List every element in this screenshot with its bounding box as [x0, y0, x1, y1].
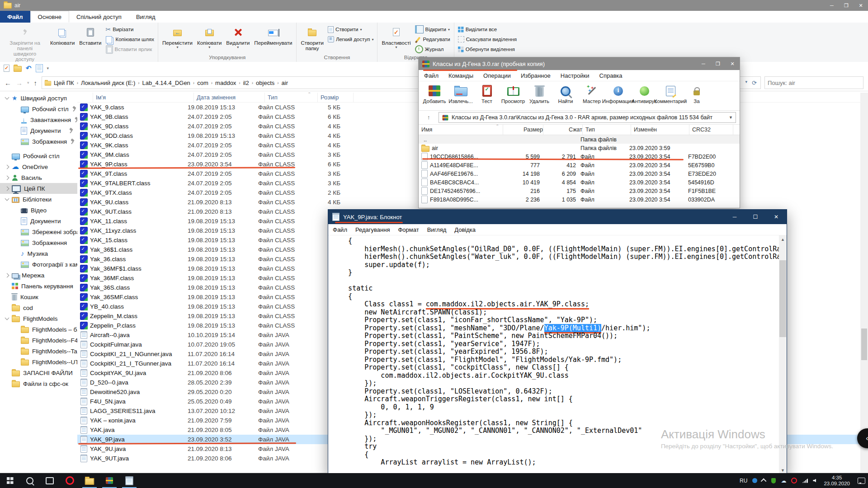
- maximize-button[interactable]: ❐: [839, 0, 854, 11]
- sidebar-item-робочий-стіл[interactable]: Робочий стіл: [0, 150, 77, 161]
- tab-основне[interactable]: Основне: [30, 11, 69, 23]
- sidebar-item-файли-із-сфс-ок[interactable]: Файли із сфс-ок: [0, 378, 77, 389]
- archive-row[interactable]: DE174524657696...216175Файл23.09.2020 3:…: [419, 187, 740, 195]
- ribbon-button[interactable]: Перейменувати: [252, 23, 294, 47]
- combo-dropdown-icon[interactable]: ▼: [729, 115, 733, 120]
- sidebar-item-зображення[interactable]: Зображення: [0, 237, 77, 248]
- ribbon-button[interactable]: Вирізати: [104, 24, 156, 34]
- taskbar-task-view-button[interactable]: [40, 473, 60, 488]
- breadcrumb-item[interactable]: objects: [254, 80, 276, 86]
- archive-row[interactable]: A1149E48D4F8E...777412Файл23.09.2020 3:5…: [419, 161, 740, 169]
- network-icon[interactable]: [802, 479, 808, 483]
- winrar-column-тип[interactable]: Тип: [583, 125, 631, 135]
- ribbon-button[interactable]: Легкий доступ▾: [326, 34, 375, 44]
- close-button[interactable]: ✕: [854, 0, 868, 11]
- taskbar-start-button[interactable]: [0, 473, 20, 488]
- language-circle-icon[interactable]: [752, 478, 757, 483]
- sidebar-item-кошик[interactable]: Кошик: [0, 291, 77, 302]
- volume-icon[interactable]: [813, 479, 816, 483]
- archive-row[interactable]: F8918A08D995C...2 2361 035Файл23.09.2020…: [419, 195, 740, 204]
- opera-tray-icon[interactable]: [791, 478, 797, 483]
- winrar-column-размер[interactable]: Размер: [503, 125, 543, 135]
- ribbon-button[interactable]: Відкрити▾: [413, 24, 452, 34]
- refresh-icon[interactable]: ⟳: [752, 80, 757, 86]
- winrar-column-сжат[interactable]: Сжат: [543, 125, 583, 135]
- taskbar-notepad-button[interactable]: [119, 473, 139, 488]
- sidebar-item-завантаження[interactable]: Завантаження: [0, 114, 77, 125]
- sidebar-item-зображення[interactable]: Зображення: [0, 136, 77, 147]
- language-indicator[interactable]: RU: [740, 478, 747, 484]
- tab-file[interactable]: Файл: [0, 11, 30, 23]
- chevron-collapsed-icon[interactable]: [5, 175, 9, 180]
- scroll-up-icon[interactable]: ▲: [779, 235, 787, 243]
- winrar-toolbar-find[interactable]: Найти: [552, 81, 579, 104]
- sidebar-item-запасні-файли[interactable]: ЗАПАСНІ ФАЙЛИ: [0, 367, 77, 378]
- archive-row[interactable]: AAF46F6E19676...14 1986 209Файл23.09.202…: [419, 169, 740, 178]
- scrollbar-thumb[interactable]: [779, 260, 786, 337]
- winrar-toolbar-extract[interactable]: Извлечь...: [448, 81, 474, 104]
- sidebar-item-цей-пк[interactable]: Цей ПК: [0, 183, 77, 194]
- clock[interactable]: 4:35 23.09.2020: [821, 475, 853, 487]
- recent-locations-icon[interactable]: ▾: [27, 80, 29, 85]
- breadcrumb-item[interactable]: air: [280, 80, 290, 86]
- archive-row[interactable]: 19CCD68615866...5 5992 791Файл23.09.2020…: [419, 152, 740, 161]
- taskbar-explorer-button[interactable]: [80, 473, 99, 488]
- winrar-menu-избранное[interactable]: Избранное: [521, 72, 551, 79]
- taskbar-opera-button[interactable]: [60, 473, 80, 488]
- qat-dropdown-icon[interactable]: ▾: [47, 66, 49, 70]
- sidebar-item-музика[interactable]: Музика: [0, 248, 77, 259]
- breadcrumb-item[interactable]: Цей ПК: [52, 80, 76, 86]
- notepad-menu-редагування[interactable]: Редагування: [355, 226, 390, 233]
- minimize-button[interactable]: ─: [724, 210, 745, 224]
- ribbon-button[interactable]: Скасувати виділення: [456, 34, 519, 44]
- archive-row[interactable]: ..Папка файлів: [419, 135, 740, 144]
- up-one-level-button[interactable]: ↑: [422, 112, 435, 123]
- archive-path-combo[interactable]: Классы из Д-Гена 3.0.rar\Классы из Д-Ген…: [439, 112, 736, 123]
- chevron-expanded-icon[interactable]: [5, 197, 9, 201]
- ribbon-button[interactable]: Перемістити▾: [160, 23, 195, 50]
- chevron-collapsed-icon[interactable]: [5, 273, 9, 277]
- maximize-button[interactable]: ❐: [711, 57, 725, 70]
- breadcrumb-item[interactable]: maddox: [213, 80, 238, 86]
- sidebar-item-фотографії-з-кам[interactable]: Фотографії з кам: [0, 259, 77, 270]
- taskbar-search-button[interactable]: [20, 473, 40, 488]
- hidden-icons-chevron[interactable]: [761, 479, 767, 484]
- ribbon-button[interactable]: Вставити: [77, 23, 104, 47]
- sidebar-item-onedrive[interactable]: OneDrive: [0, 161, 77, 172]
- notepad-menu-файл[interactable]: Файл: [333, 226, 347, 233]
- winrar-column-crc32[interactable]: CRC32: [689, 125, 733, 135]
- onedrive-tray-icon[interactable]: ☁: [781, 478, 786, 484]
- new-folder-icon[interactable]: [14, 66, 22, 72]
- winrar-toolbar-wiz[interactable]: Мастер: [579, 81, 605, 104]
- ribbon-button[interactable]: Створити▾: [326, 24, 375, 34]
- ribbon-button[interactable]: Виділити все: [456, 24, 519, 34]
- sidebar-item-швидкий-доступ[interactable]: Швидкий доступ: [0, 93, 77, 103]
- sidebar-item-flightmodels[interactable]: FlightModels: [0, 313, 77, 324]
- taskbar-winrar-button[interactable]: [99, 473, 119, 488]
- notepad-menu-довідка[interactable]: Довідка: [454, 226, 476, 233]
- ribbon-button[interactable]: Закріпити на панелі швидкого доступу: [2, 23, 48, 63]
- ribbon-button[interactable]: Властивості▾: [379, 23, 413, 50]
- chevron-collapsed-icon[interactable]: [5, 186, 9, 191]
- notepad-scrollbar[interactable]: ▲ ▼: [779, 235, 787, 474]
- column-header-Розмір[interactable]: Розмір: [318, 93, 354, 102]
- sidebar-item-мережа[interactable]: Мережа: [0, 270, 77, 281]
- sidebar-item-бібліотеки[interactable]: Бібліотеки: [0, 194, 77, 205]
- ribbon-button[interactable]: Обернути виділення: [456, 44, 519, 54]
- antivirus-tray-icon[interactable]: [771, 478, 776, 483]
- column-header-Ім'я[interactable]: Ім'я: [93, 93, 194, 102]
- winrar-menu-справка[interactable]: Справка: [599, 72, 623, 79]
- winrar-menu-настройки[interactable]: Настройки: [561, 72, 590, 79]
- winrar-toolbar-comment[interactable]: Комментарий: [657, 81, 684, 104]
- sidebar-item-робочий-стіл[interactable]: Робочий стіл: [0, 103, 77, 114]
- sidebar-item-збережені-зобра[interactable]: Збережені зобра: [0, 226, 77, 237]
- winrar-toolbar-prot[interactable]: За: [684, 81, 710, 104]
- close-button[interactable]: ✕: [766, 210, 787, 224]
- undo-icon[interactable]: [26, 65, 32, 72]
- sidebar-item-документи[interactable]: Документи: [0, 125, 77, 136]
- winrar-toolbar-del[interactable]: Удалить: [526, 81, 552, 104]
- ribbon-button[interactable]: Створити папку: [298, 23, 326, 52]
- winrar-menu-команды[interactable]: Команды: [448, 72, 473, 79]
- sidebar-item-flightmodels-ta-[interactable]: FlightModels--Ta-: [0, 346, 77, 357]
- sidebar-item-flightmodels-ба[interactable]: FlightModels – ба: [0, 324, 77, 335]
